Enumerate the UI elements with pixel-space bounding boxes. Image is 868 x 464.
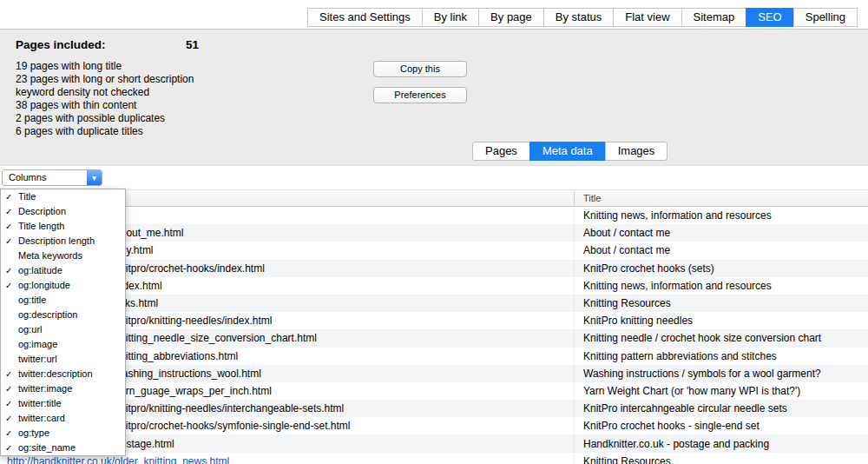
table-row[interactable]: http://handknitter.co.uk/knitpro/knittin…: [0, 312, 868, 329]
table-row[interactable]: http://handknitter.co.uk/knitting_abbrev…: [0, 348, 868, 365]
tab-sites-and-settings[interactable]: Sites and Settings: [307, 8, 423, 27]
columns-menu-item-og-longitude[interactable]: ✓og:longitude: [1, 278, 125, 293]
menu-item-label: Description length: [18, 235, 95, 246]
columns-menu-item-description[interactable]: ✓Description: [1, 204, 125, 219]
columns-menu-item-twitter-card[interactable]: ✓twitter:card: [1, 411, 125, 426]
checkmark-icon: ✓: [5, 426, 16, 441]
summary-line: 19 pages with long title: [16, 60, 194, 73]
checkmark-icon: ✓: [5, 411, 16, 426]
columns-menu-item-og-title[interactable]: og:title: [1, 293, 125, 308]
preferences-button[interactable]: Preferences: [373, 87, 467, 103]
cell-title: Knitting Resources: [583, 455, 671, 464]
menu-item-label: og:title: [18, 295, 46, 305]
column-header-title[interactable]: Title: [583, 190, 601, 206]
menu-item-label: og:site_name: [18, 442, 76, 453]
table-row[interactable]: http://handknitter.co.uk/washing_instruc…: [0, 365, 868, 382]
tab-sitemap[interactable]: Sitemap: [681, 8, 747, 27]
summary-line: 23 pages with long or short description: [16, 73, 194, 86]
menu-item-label: og:type: [18, 428, 49, 438]
cell-url: http://handknitter.co.uk/older_knitting_…: [7, 455, 229, 464]
table-row[interactable]: http://handknitter.co.uk/postage.htmlHan…: [0, 434, 868, 452]
table-row[interactable]: http://handknitter.co.uk/knitpro/knittin…: [0, 400, 868, 417]
summary-lines: 19 pages with long title23 pages with lo…: [16, 60, 194, 138]
menu-item-label: twitter:title: [18, 398, 62, 408]
cell-title: Knitting Resources: [583, 297, 671, 309]
table-row[interactable]: http://handknitter.co.uk/knitpro/crochet…: [0, 417, 868, 434]
table-row[interactable]: http://handknitter.co.uk/knitting_needle…: [0, 329, 868, 347]
menu-item-label: og:description: [18, 309, 78, 320]
menu-item-label: og:image: [18, 339, 57, 349]
cell-title: Knitting news, information and resources: [583, 209, 772, 222]
checkmark-icon: ✓: [5, 219, 16, 234]
cell-title: Knitting pattern abbreviations and stitc…: [583, 350, 777, 362]
columns-menu-item-description-length[interactable]: ✓Description length: [1, 234, 125, 249]
tab-by-status[interactable]: By status: [543, 8, 614, 27]
checkmark-icon: ✓: [5, 189, 16, 204]
tab-by-link[interactable]: By link: [422, 8, 479, 27]
table-row[interactable]: http://handknitter.co.uk/older_knitting_…: [0, 453, 868, 464]
subtab-meta-data[interactable]: Meta data: [529, 142, 606, 161]
columns-dropdown-label: Columns: [9, 170, 46, 185]
column-divider-body: [574, 207, 575, 464]
columns-menu-item-title-length[interactable]: ✓Title length: [1, 219, 125, 234]
tab-seo[interactable]: SEO: [746, 8, 793, 27]
summary-line: keyword density not checked: [16, 86, 194, 99]
columns-menu-item-og-url[interactable]: og:url: [1, 322, 125, 337]
cell-title: Washing instructions / symbols for a woo…: [583, 368, 821, 380]
pages-included-value: 51: [186, 38, 199, 51]
columns-dropdown-button[interactable]: Columns ▾: [2, 169, 102, 186]
columns-menu-item-twitter-title[interactable]: ✓twitter:title: [1, 396, 125, 411]
table-row[interactable]: http://handknitter.co.ukKnitting news, i…: [0, 207, 868, 224]
columns-menu-item-meta-keywords[interactable]: Meta keywords: [1, 249, 125, 263]
tab-spelling[interactable]: Spelling: [793, 8, 858, 27]
menu-item-label: Title: [18, 191, 36, 202]
columns-menu-item-og-type[interactable]: ✓og:type: [1, 426, 125, 441]
summary-line: 2 pages with possible duplicates: [16, 112, 194, 125]
checkmark-icon: ✓: [5, 396, 16, 411]
cell-title: Knitting needle / crochet hook size conv…: [583, 332, 821, 344]
table-row[interactable]: http://handknitter.co.uk/links.htmlKnitt…: [0, 295, 868, 312]
copy-this-button[interactable]: Copy this: [373, 61, 467, 77]
tab-flat-view[interactable]: Flat view: [613, 8, 681, 27]
table-row[interactable]: http://handknitter.co.uk/buy.htmlAbout /…: [0, 242, 868, 259]
checkmark-icon: ✓: [5, 263, 16, 278]
subtab-pages[interactable]: Pages: [472, 142, 530, 161]
columns-menu-item-og-site-name[interactable]: ✓og:site_name: [1, 441, 125, 455]
columns-menu-item-title[interactable]: ✓Title: [1, 189, 125, 204]
checkmark-icon: ✓: [5, 204, 16, 219]
cell-title: Knitting news, information and resources: [583, 280, 772, 292]
cell-title: KnitPro intercahngeable circular needle …: [583, 402, 787, 414]
subtab-images[interactable]: Images: [605, 142, 668, 161]
meta-subtabs: PagesMeta dataImages: [472, 142, 667, 161]
cell-title: KnitPro crochet hooks - single-end set: [583, 420, 760, 432]
menu-item-label: og:latitude: [18, 265, 62, 275]
table-row[interactable]: http://handknitter.co.uk/yarn_guage_wrap…: [0, 382, 868, 400]
cell-title: KnitPro knitting needles: [583, 315, 693, 327]
menu-item-label: twitter:url: [18, 354, 57, 364]
columns-menu-item-og-image[interactable]: og:image: [1, 337, 125, 352]
cell-title: About / contact me: [583, 227, 670, 239]
menu-item-label: Title length: [18, 221, 64, 231]
menu-item-label: Description: [18, 206, 66, 216]
tab-by-page[interactable]: By page: [478, 8, 544, 27]
table-row[interactable]: http://handknitter.co.uk/about_me.htmlAb…: [0, 224, 868, 242]
top-bar: Sites and SettingsBy linkBy pageBy statu…: [0, 0, 868, 29]
columns-menu-item-og-latitude[interactable]: ✓og:latitude: [1, 263, 125, 278]
checkmark-icon: ✓: [5, 234, 16, 249]
cell-title: KnitPro crochet hooks (sets): [583, 262, 714, 275]
cell-title: Yarn Weight Chart (or 'how many WPI is t…: [583, 385, 800, 397]
table-header: Title: [0, 189, 868, 207]
pages-included-label: Pages included:: [16, 38, 106, 51]
menu-item-label: Meta keywords: [18, 250, 82, 261]
menu-item-label: twitter:image: [18, 383, 72, 394]
columns-menu: ✓Title✓Description✓Title length✓Descript…: [0, 189, 126, 456]
table-row[interactable]: http://handknitter.co.uk/knitpro/crochet…: [0, 260, 868, 277]
columns-menu-item-twitter-url[interactable]: twitter:url: [1, 352, 125, 367]
table-row[interactable]: http://handknitter.co.uk/index.htmlKnitt…: [0, 277, 868, 295]
cell-title: Handknitter.co.uk - postage and packing: [583, 438, 769, 450]
columns-menu-item-og-description[interactable]: og:description: [1, 308, 125, 322]
column-divider: [574, 191, 575, 205]
columns-menu-item-twitter-image[interactable]: ✓twitter:image: [1, 381, 125, 396]
summary-line: 38 pages with thin content: [16, 99, 194, 112]
columns-menu-item-twitter-description[interactable]: ✓twitter:description: [1, 367, 125, 381]
